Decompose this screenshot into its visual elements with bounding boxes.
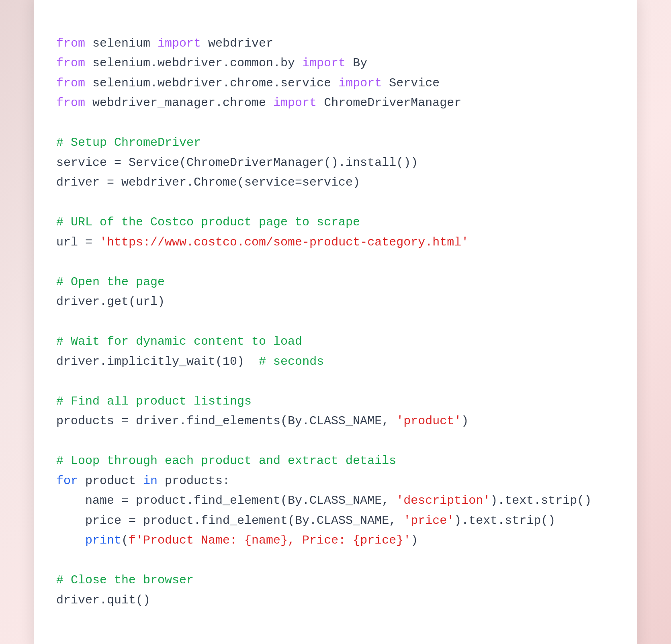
line-2: from selenium.webdriver.common.by import… [56, 56, 367, 70]
line-1: from selenium import webdriver [56, 37, 273, 50]
code-block: from selenium import webdriver from sele… [56, 14, 615, 630]
line-5: service = Service(ChromeDriverManager().… [56, 156, 418, 170]
line-3: from selenium.webdriver.chrome.service i… [56, 76, 440, 90]
line-comment-1: # Setup ChromeDriver [56, 136, 201, 149]
line-comment-5: # Find all product listings [56, 395, 252, 408]
line-6: driver = webdriver.Chrome(service=servic… [56, 176, 360, 189]
line-7: url = 'https://www.costco.com/some-produ… [56, 235, 468, 249]
line-8: driver.get(url) [56, 295, 165, 309]
line-10: products = driver.find_elements(By.CLASS… [56, 414, 468, 428]
line-4: from webdriver_manager.chrome import Chr… [56, 96, 461, 110]
line-9: driver.implicitly_wait(10) # seconds [56, 355, 324, 368]
line-15: driver.quit() [56, 593, 150, 607]
line-13: price = product.find_element(By.CLASS_NA… [56, 514, 555, 527]
line-comment-6: # Loop through each product and extract … [56, 454, 396, 468]
line-12: name = product.find_element(By.CLASS_NAM… [56, 494, 591, 507]
line-11: for product in products: [56, 474, 230, 488]
line-comment-2: # URL of the Costco product page to scra… [56, 215, 360, 229]
line-14: print(f'Product Name: {name}, Price: {pr… [56, 534, 418, 547]
line-comment-7: # Close the browser [56, 573, 194, 587]
line-comment-4: # Wait for dynamic content to load [56, 335, 302, 348]
code-card: from selenium import webdriver from sele… [34, 0, 637, 644]
line-comment-3: # Open the page [56, 275, 165, 289]
